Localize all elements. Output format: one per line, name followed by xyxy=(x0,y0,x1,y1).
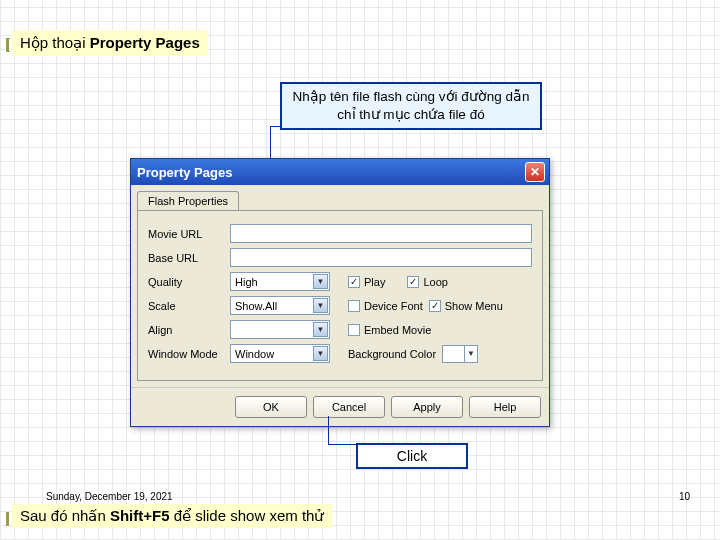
help-button[interactable]: Help xyxy=(469,396,541,418)
ok-button[interactable]: OK xyxy=(235,396,307,418)
chevron-down-icon: ▼ xyxy=(313,274,328,289)
embed-movie-label: Embed Movie xyxy=(364,324,431,336)
chevron-down-icon: ▼ xyxy=(313,322,328,337)
property-pages-dialog: Property Pages ✕ Flash Properties Movie … xyxy=(130,158,550,427)
dialog-title: Property Pages xyxy=(137,165,232,180)
tab-body: Movie URL Base URL Quality High ▼ ✓ Play… xyxy=(137,210,543,381)
checkbox-icon xyxy=(348,300,360,312)
align-select[interactable]: ▼ xyxy=(230,320,330,339)
show-menu-checkbox[interactable]: ✓ Show Menu xyxy=(429,300,503,312)
label-align: Align xyxy=(148,324,230,336)
button-row: OK Cancel Apply Help xyxy=(131,387,549,426)
click-callout: Click xyxy=(356,443,468,469)
label-window-mode: Window Mode xyxy=(148,348,230,360)
tab-flash-properties[interactable]: Flash Properties xyxy=(137,191,239,210)
footer-plain: Sau đó nhấn xyxy=(20,507,110,524)
footer-tail: để slide show xem thử xyxy=(170,507,325,524)
cancel-button[interactable]: Cancel xyxy=(313,396,385,418)
scale-select[interactable]: Show.All ▼ xyxy=(230,296,330,315)
show-menu-label: Show Menu xyxy=(445,300,503,312)
base-url-input[interactable] xyxy=(230,248,532,267)
checkbox-icon: ✓ xyxy=(348,276,360,288)
chevron-down-icon: ▼ xyxy=(464,346,477,362)
label-movie-url: Movie URL xyxy=(148,228,230,240)
apply-button[interactable]: Apply xyxy=(391,396,463,418)
footer-bold: Shift+F5 xyxy=(110,507,170,524)
device-font-checkbox[interactable]: Device Font xyxy=(348,300,423,312)
play-label: Play xyxy=(364,276,385,288)
bg-color-row: Background Color ▼ xyxy=(348,345,478,363)
close-button[interactable]: ✕ xyxy=(525,162,545,182)
play-checkbox[interactable]: ✓ Play xyxy=(348,276,385,288)
movie-url-input[interactable] xyxy=(230,224,532,243)
titlebar[interactable]: Property Pages ✕ xyxy=(131,159,549,185)
window-mode-select[interactable]: Window ▼ xyxy=(230,344,330,363)
title-plain: Hộp thoại xyxy=(20,34,90,51)
label-base-url: Base URL xyxy=(148,252,230,264)
tab-row: Flash Properties xyxy=(131,185,549,210)
bg-color-picker[interactable]: ▼ xyxy=(442,345,478,363)
label-scale: Scale xyxy=(148,300,230,312)
scale-value: Show.All xyxy=(235,300,277,312)
footer-note: Sau đó nhấn Shift+F5 để slide show xem t… xyxy=(12,504,332,528)
chevron-down-icon: ▼ xyxy=(313,346,328,361)
device-font-label: Device Font xyxy=(364,300,423,312)
checkbox-icon: ✓ xyxy=(429,300,441,312)
page-number: 10 xyxy=(679,491,690,502)
loop-label: Loop xyxy=(423,276,447,288)
label-bg-color: Background Color xyxy=(348,348,436,360)
checkbox-icon: ✓ xyxy=(407,276,419,288)
callout-connector-h xyxy=(270,126,280,127)
slide-date: Sunday, December 19, 2021 xyxy=(46,491,173,502)
slide-title: Hộp thoại Property Pages xyxy=(12,30,208,56)
callout-text: Nhập tên file flash cùng với đường dẫn c… xyxy=(292,89,529,122)
embed-movie-checkbox[interactable]: Embed Movie xyxy=(348,324,431,336)
click-connector-v xyxy=(328,416,329,444)
quality-value: High xyxy=(235,276,258,288)
label-quality: Quality xyxy=(148,276,230,288)
close-icon: ✕ xyxy=(530,165,540,179)
callout-box: Nhập tên file flash cùng với đường dẫn c… xyxy=(280,82,542,130)
title-bold: Property Pages xyxy=(90,34,200,51)
click-connector-h xyxy=(328,444,356,445)
quality-select[interactable]: High ▼ xyxy=(230,272,330,291)
bullet-deco-2 xyxy=(6,512,10,526)
chevron-down-icon: ▼ xyxy=(313,298,328,313)
click-label: Click xyxy=(397,448,427,464)
bullet-deco xyxy=(6,38,10,52)
window-mode-value: Window xyxy=(235,348,274,360)
tab-label: Flash Properties xyxy=(148,195,228,207)
checkbox-icon xyxy=(348,324,360,336)
loop-checkbox[interactable]: ✓ Loop xyxy=(407,276,447,288)
